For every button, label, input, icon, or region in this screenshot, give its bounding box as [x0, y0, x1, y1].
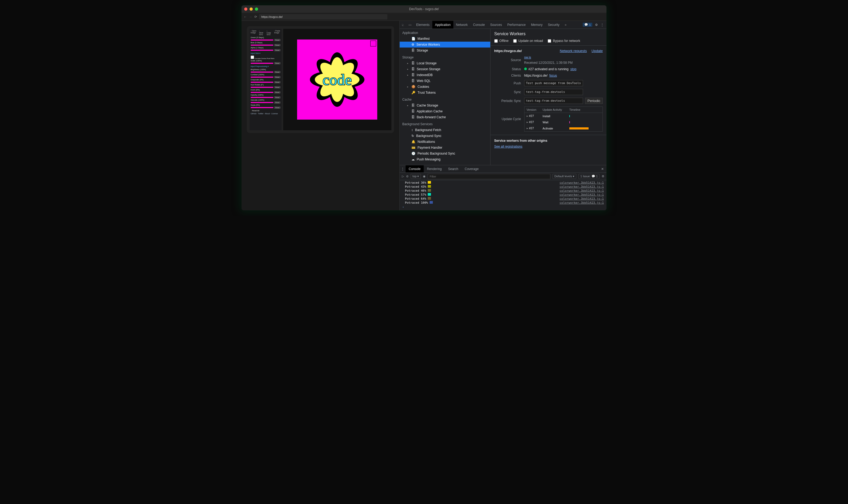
reset-button[interactable]: Reset: [274, 102, 280, 104]
drawer-tab-coverage[interactable]: Coverage: [462, 165, 482, 173]
drawer-tab-rendering[interactable]: Rendering: [424, 165, 445, 173]
slider[interactable]: [250, 39, 273, 40]
reset-button[interactable]: Reset: [274, 91, 280, 93]
reset-button[interactable]: Reset: [274, 39, 280, 41]
console-source-link[interactable]: colorworker.3bb51423.js:1: [559, 197, 604, 200]
tree-item-application-cache[interactable]: 🗄Application Cache: [400, 108, 490, 114]
sw-source-link[interactable]: sw.js: [524, 55, 531, 59]
tree-item-periodic-background-sync[interactable]: 🕒Periodic Background Sync: [400, 150, 490, 157]
console-settings-icon[interactable]: ⚙: [602, 175, 604, 178]
reset-button[interactable]: Reset: [274, 44, 280, 46]
reset-button[interactable]: Reset: [274, 86, 280, 88]
console-source-link[interactable]: colorworker.3bb51423.js:1: [559, 189, 604, 193]
sw-opt-offline[interactable]: Offline: [494, 39, 508, 43]
console-source-link[interactable]: colorworker.3bb51423.js:1: [559, 181, 604, 184]
reset-button[interactable]: Reset: [274, 49, 280, 51]
device-toolbar-icon[interactable]: ▭: [406, 23, 414, 27]
devtools-tab-network[interactable]: Network: [453, 21, 470, 29]
tree-item-payment-handler[interactable]: 💳Payment Handler: [400, 145, 490, 150]
console-context[interactable]: top ▾: [411, 174, 421, 179]
console-source-link[interactable]: colorworker.3bb51423.js:1: [559, 201, 604, 204]
forward-button[interactable]: →: [249, 15, 252, 19]
console-exec-icon[interactable]: ▷: [402, 175, 404, 178]
console-eye-icon[interactable]: ◉: [423, 175, 426, 178]
drawer-tab-search[interactable]: Search: [445, 165, 462, 173]
sw-opt-update-on-reload[interactable]: Update on reload: [513, 39, 543, 43]
tree-item-manifest[interactable]: 📄Manifest: [400, 36, 490, 42]
kebab-icon[interactable]: ⋮: [601, 23, 604, 27]
tree-item-trust-tokens[interactable]: 🔑Trust Tokens: [400, 90, 490, 95]
reset-button[interactable]: Reset: [274, 76, 280, 78]
section-preproc[interactable]: Input Preprocessing ▾: [250, 66, 280, 68]
see-all-registrations-link[interactable]: See all registrations: [494, 145, 603, 148]
back-button[interactable]: ←: [244, 15, 247, 19]
console-issue-badge[interactable]: 1 Issue: 💬 1: [578, 174, 600, 179]
slider[interactable]: [250, 50, 273, 51]
reset-all-button[interactable]: Reset All: [250, 109, 261, 112]
page-toolbar-item[interactable]: ▫ Open Image: [250, 30, 257, 36]
settings-icon[interactable]: ⚙: [595, 23, 598, 27]
tree-item-indexeddb[interactable]: ▸🗄IndexedDB: [400, 72, 490, 78]
sw-opt-bypass-for-network[interactable]: Bypass for network: [548, 39, 580, 43]
console-source-link[interactable]: colorworker.3bb51423.js:1: [559, 185, 604, 188]
slider[interactable]: [250, 77, 273, 78]
tree-item-session-storage[interactable]: ▸🗄Session Storage: [400, 66, 490, 72]
slider[interactable]: [250, 102, 273, 103]
slider[interactable]: [250, 82, 273, 83]
slider[interactable]: [250, 107, 273, 108]
tree-item-back-forward-cache[interactable]: 🗄Back-forward Cache: [400, 114, 490, 120]
devtools-tab-application[interactable]: Application: [432, 21, 453, 29]
tree-item-service-workers[interactable]: ⚙Service Workers: [400, 42, 490, 48]
tree-item-notifications[interactable]: 🔔Notifications: [400, 139, 490, 145]
inspect-icon[interactable]: ⟀: [400, 23, 406, 27]
more-tabs-icon[interactable]: »: [562, 23, 569, 27]
devtools-tab-elements[interactable]: Elements: [414, 21, 432, 29]
devtools-tab-security[interactable]: Security: [545, 21, 562, 29]
footer-links[interactable]: GitHub · Twitter · About · License: [250, 113, 280, 114]
page-toolbar-item[interactable]: ▫ Save SVG: [259, 30, 264, 36]
page-toolbar-item[interactable]: ▫ Paste Image: [274, 30, 280, 36]
reset-button[interactable]: Reset: [274, 81, 280, 83]
tree-item-local-storage[interactable]: ▸🗄Local Storage: [400, 60, 490, 66]
sw-focus-link[interactable]: focus: [549, 74, 557, 77]
sw-stop-link[interactable]: stop: [570, 67, 576, 71]
drawer-kebab-icon[interactable]: ⋮: [400, 167, 405, 171]
drawer-tab-console[interactable]: Console: [405, 165, 424, 173]
scale-reset[interactable]: Reset: [274, 62, 280, 64]
tree-item-storage[interactable]: 🗄Storage: [400, 48, 490, 53]
update-link[interactable]: Update: [591, 49, 603, 53]
section-input-size[interactable]: Input Size ▾: [250, 52, 280, 54]
console-clear-icon[interactable]: ⊘: [406, 175, 409, 178]
reset-button[interactable]: Reset: [274, 107, 280, 109]
console-prompt[interactable]: ›: [400, 205, 606, 209]
console-filter[interactable]: [428, 174, 550, 179]
drawer-close-icon[interactable]: ✕: [599, 167, 606, 171]
periodic-sync-button[interactable]: Periodic: [585, 98, 603, 104]
periodic-sync-input[interactable]: [524, 98, 583, 104]
devtools-tab-console[interactable]: Console: [470, 21, 488, 29]
issues-badge[interactable]: 💬 1: [583, 23, 592, 27]
slider[interactable]: [250, 87, 273, 88]
console-levels[interactable]: Default levels ▾: [553, 174, 576, 179]
tree-item-cookies[interactable]: ▸🍪Cookies: [400, 84, 490, 90]
slider[interactable]: [250, 97, 273, 98]
console-source-link[interactable]: colorworker.3bb51423.js:1: [559, 193, 604, 197]
slider[interactable]: [250, 44, 273, 46]
network-requests-link[interactable]: Network requests: [560, 49, 587, 53]
reload-button[interactable]: ⟳: [254, 15, 257, 19]
slider[interactable]: [250, 72, 273, 73]
slider[interactable]: [250, 92, 273, 93]
consider-dpr-checkbox[interactable]: Consider Device Pixel Ratio: [250, 55, 280, 59]
page-toolbar-item[interactable]: ▫ Copy SVG: [267, 30, 272, 36]
tree-item-background-sync[interactable]: ↻Background Sync: [400, 133, 490, 139]
tree-item-cache-storage[interactable]: ▸🗄Cache Storage: [400, 103, 490, 108]
devtools-tab-memory[interactable]: Memory: [528, 21, 545, 29]
tree-item-web-sql[interactable]: 🗄Web SQL: [400, 78, 490, 84]
devtools-tab-performance[interactable]: Performance: [505, 21, 529, 29]
reset-button[interactable]: Reset: [274, 96, 280, 98]
reset-button[interactable]: Reset: [274, 71, 280, 73]
tree-item-background-fetch[interactable]: ↕Background Fetch: [400, 127, 490, 133]
url-bar[interactable]: https://svgco.de/: [259, 14, 387, 19]
sync-input[interactable]: [524, 89, 583, 95]
push-input[interactable]: [524, 80, 583, 86]
